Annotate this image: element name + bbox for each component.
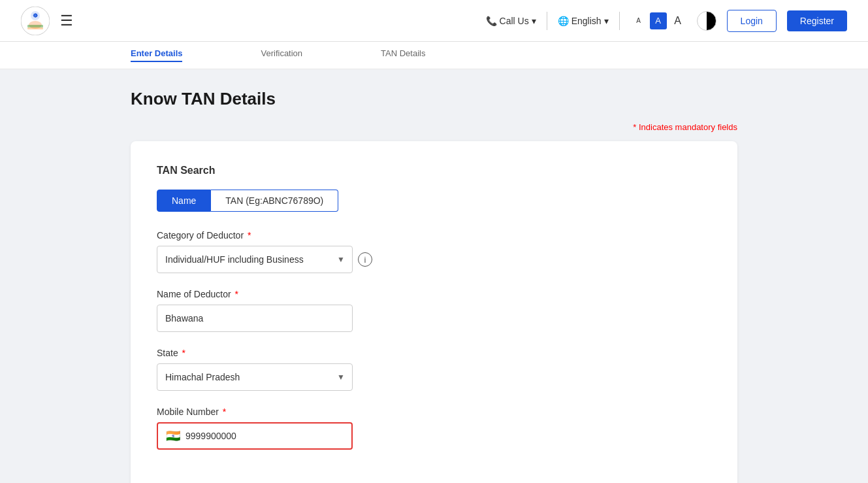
- name-input[interactable]: [157, 305, 353, 332]
- page-title: Know TAN Details: [131, 89, 737, 109]
- toggle-name-button[interactable]: Name: [157, 190, 211, 212]
- category-form-group: Category of Deductor * Individual/HUF in…: [157, 230, 711, 273]
- language-chevron: ▾: [604, 16, 609, 26]
- divider-1: [547, 12, 547, 30]
- flag-icon: 🇮🇳: [166, 429, 180, 443]
- toggle-tan-button[interactable]: TAN (Eg:ABNC76789O): [211, 190, 338, 212]
- contrast-toggle[interactable]: [697, 11, 716, 31]
- call-us-button[interactable]: 📞 Call Us ▾: [486, 16, 536, 26]
- category-row: Individual/HUF including Business Compan…: [157, 246, 711, 273]
- svg-rect-4: [27, 25, 43, 27]
- mandatory-note: * Indicates mandatory fields: [131, 122, 737, 132]
- header-left: ☸ ☰: [21, 7, 73, 35]
- category-required: *: [245, 230, 251, 241]
- mobile-form-group: Mobile Number * 🇮🇳: [157, 407, 711, 450]
- state-select[interactable]: Himachal Pradesh Delhi Maharashtra Karna…: [157, 363, 353, 391]
- mobile-label: Mobile Number *: [157, 407, 711, 417]
- name-label: Name of Deductor *: [157, 289, 711, 299]
- state-label: State *: [157, 348, 711, 358]
- font-small-button[interactable]: A: [630, 12, 647, 29]
- main-content: Know TAN Details * Indicates mandatory f…: [0, 69, 868, 483]
- svg-text:☸: ☸: [33, 12, 38, 19]
- hamburger-menu-icon[interactable]: ☰: [60, 12, 73, 29]
- divider-2: [619, 12, 620, 30]
- header-right: 📞 Call Us ▾ 🌐 English ▾ A A A Login Regi…: [486, 10, 847, 32]
- form-card: TAN Search Name TAN (Eg:ABNC76789O) Cate…: [131, 141, 737, 483]
- step-verification: Verification: [261, 48, 302, 62]
- category-label: Category of Deductor *: [157, 230, 711, 241]
- register-button[interactable]: Register: [787, 10, 847, 31]
- svg-rect-5: [27, 27, 43, 29]
- state-select-wrap: Himachal Pradesh Delhi Maharashtra Karna…: [157, 363, 353, 391]
- call-us-label: Call Us: [500, 16, 529, 26]
- mandatory-asterisk: *: [633, 122, 636, 132]
- category-info-icon[interactable]: i: [358, 252, 372, 267]
- font-controls: A A A: [630, 12, 686, 29]
- category-select-wrap: Individual/HUF including Business Compan…: [157, 246, 353, 273]
- step-enter-details: Enter Details: [131, 48, 182, 62]
- call-us-chevron: ▾: [532, 16, 536, 26]
- state-form-group: State * Himachal Pradesh Delhi Maharasht…: [157, 348, 711, 391]
- mobile-required: *: [220, 407, 226, 417]
- steps-bar: Enter Details Verification TAN Details: [0, 42, 868, 69]
- state-required: *: [180, 348, 185, 358]
- mobile-input[interactable]: [185, 431, 344, 441]
- search-type-toggle: Name TAN (Eg:ABNC76789O): [157, 190, 711, 212]
- header: ☸ ☰ 📞 Call Us ▾ 🌐 English ▾ A A A Login …: [0, 0, 868, 42]
- language-label: English: [571, 16, 602, 26]
- mobile-input-wrap: 🇮🇳: [157, 422, 353, 450]
- name-required: *: [233, 289, 238, 299]
- form-section-title: TAN Search: [157, 165, 711, 176]
- name-form-group: Name of Deductor *: [157, 289, 711, 332]
- logo-icon: ☸: [21, 7, 50, 35]
- language-selector[interactable]: 🌐 English ▾: [558, 16, 609, 26]
- step-tan-details: TAN Details: [381, 48, 425, 62]
- mandatory-text: Indicates mandatory fields: [639, 122, 737, 132]
- login-button[interactable]: Login: [727, 10, 777, 32]
- globe-icon: 🌐: [558, 16, 569, 26]
- font-medium-button[interactable]: A: [650, 12, 667, 29]
- font-large-button[interactable]: A: [669, 12, 686, 29]
- phone-icon: 📞: [486, 16, 497, 26]
- category-select[interactable]: Individual/HUF including Business Compan…: [157, 246, 353, 273]
